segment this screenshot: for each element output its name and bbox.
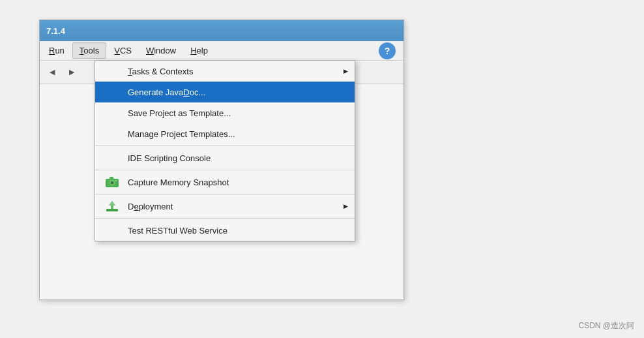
help-button[interactable]: ?	[379, 42, 396, 59]
menu-item-ide-scripting-console[interactable]: IDE Scripting Console	[95, 147, 355, 168]
forward-button[interactable]: ▶	[63, 64, 80, 81]
menu-vcs-label: VCS	[114, 46, 132, 55]
svg-point-4	[115, 180, 117, 181]
ide-scripting-console-label: IDE Scripting Console	[128, 153, 211, 163]
svg-point-2	[111, 181, 114, 185]
menu-item-save-project-template[interactable]: Save Project as Template...	[95, 102, 355, 123]
title-bar: 7.1.4	[40, 20, 403, 41]
menu-tools-label: Tools	[80, 46, 99, 55]
help-icon: ?	[385, 46, 390, 56]
menu-item-manage-project-templates[interactable]: Manage Project Templates...	[95, 123, 355, 144]
menu-window[interactable]: Window	[139, 43, 183, 58]
menu-item-deployment[interactable]: Deployment	[95, 196, 355, 217]
svg-rect-3	[110, 177, 113, 179]
back-icon: ◀	[50, 68, 55, 76]
svg-marker-7	[109, 201, 115, 206]
menu-run-label: Run	[49, 46, 65, 55]
menu-item-test-restful[interactable]: Test RESTful Web Service	[95, 220, 355, 241]
menu-item-tasks-contexts[interactable]: Tasks & Contexts	[95, 61, 355, 82]
menu-help[interactable]: Help	[184, 43, 214, 58]
back-button[interactable]: ◀	[44, 64, 61, 81]
menu-tools[interactable]: Tools	[72, 42, 106, 59]
menu-bar: Run Tools VCS Window Help ?	[40, 41, 403, 61]
tools-dropdown-menu: Tasks & Contexts Generate JavaDoc... Sav…	[95, 60, 355, 241]
memory-snapshot-icon	[104, 174, 120, 190]
generate-javadoc-label: Generate JavaDoc...	[128, 87, 205, 97]
save-project-template-label: Save Project as Template...	[128, 108, 231, 118]
menu-window-label: Window	[146, 46, 176, 55]
forward-icon: ▶	[69, 68, 74, 76]
capture-memory-snapshot-label: Capture Memory Snapshot	[128, 177, 229, 187]
menu-item-capture-memory-snapshot[interactable]: Capture Memory Snapshot	[95, 172, 355, 192]
window-title: 7.1.4	[46, 26, 65, 36]
svg-rect-5	[106, 209, 118, 211]
manage-project-templates-label: Manage Project Templates...	[128, 129, 235, 139]
separator-4	[95, 218, 355, 219]
menu-run[interactable]: Run	[42, 43, 71, 58]
separator-3	[95, 194, 355, 194]
separator-1	[95, 146, 355, 146]
menu-vcs[interactable]: VCS	[108, 43, 138, 58]
watermark: CSDN @造次阿	[578, 320, 634, 331]
separator-2	[95, 170, 355, 170]
deployment-icon-svg	[105, 200, 119, 213]
deployment-label: Deployment	[128, 202, 173, 211]
watermark-text: CSDN @造次阿	[578, 321, 634, 330]
test-restful-label: Test RESTful Web Service	[128, 226, 227, 236]
deployment-icon	[104, 198, 120, 214]
tasks-contexts-label: Tasks & Contexts	[128, 67, 193, 76]
memory-icon-svg	[105, 176, 119, 189]
menu-help-label: Help	[190, 46, 208, 55]
menu-item-generate-javadoc[interactable]: Generate JavaDoc...	[95, 82, 355, 102]
